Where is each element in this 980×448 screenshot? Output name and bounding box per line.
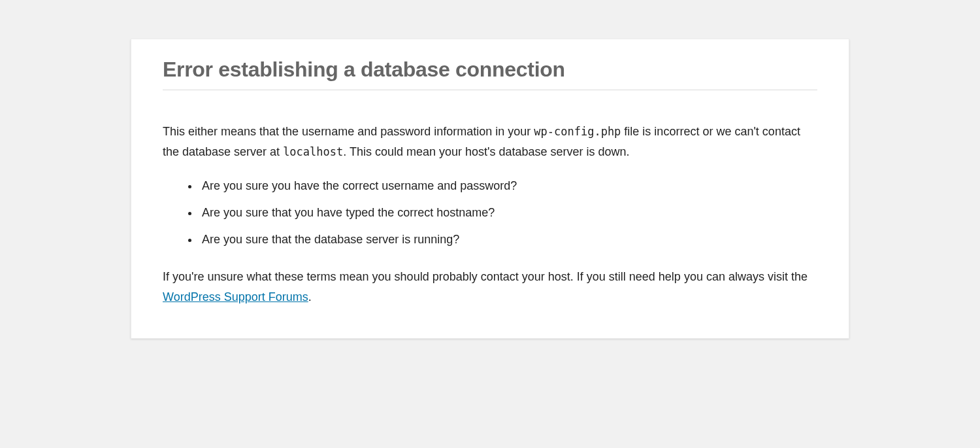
support-forums-link[interactable]: WordPress Support Forums <box>163 290 308 303</box>
db-host-code: localhost <box>283 145 343 158</box>
outro-text-2: . <box>308 290 312 303</box>
error-intro: This either means that the username and … <box>163 122 817 162</box>
list-item: Are you sure that you have typed the cor… <box>199 204 817 222</box>
list-item: Are you sure you have the correct userna… <box>199 177 817 195</box>
error-heading: Error establishing a database connection <box>163 58 817 90</box>
list-item: Are you sure that the database server is… <box>199 231 817 249</box>
error-outro: If you're unsure what these terms mean y… <box>163 267 817 307</box>
wp-config-code: wp-config.php <box>534 125 621 138</box>
error-card: Error establishing a database connection… <box>131 39 849 339</box>
troubleshoot-list: Are you sure you have the correct userna… <box>163 177 817 249</box>
outro-text-1: If you're unsure what these terms mean y… <box>163 270 808 283</box>
intro-text-3: . This could mean your host's database s… <box>343 145 629 158</box>
intro-text-1: This either means that the username and … <box>163 125 534 138</box>
